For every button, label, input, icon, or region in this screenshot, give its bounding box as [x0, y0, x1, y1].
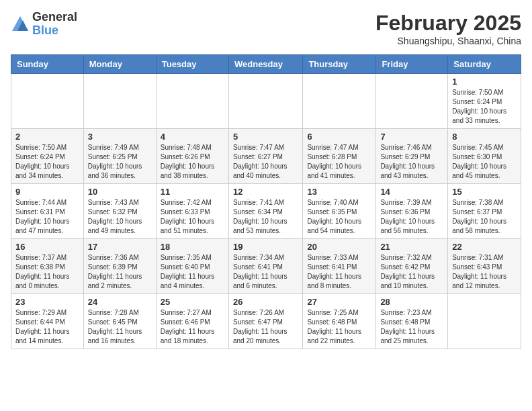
day-number: 4 [161, 132, 224, 142]
calendar-cell: 28Sunrise: 7:23 AMSunset: 6:48 PMDayligh… [376, 294, 448, 349]
calendar-cell: 23Sunrise: 7:29 AMSunset: 6:44 PMDayligh… [11, 294, 84, 349]
weekday-header-sunday: Sunday [11, 55, 84, 74]
day-info: Sunrise: 7:45 AMSunset: 6:30 PMDaylight:… [452, 143, 517, 181]
calendar-cell [11, 74, 84, 129]
day-info: Sunrise: 7:40 AMSunset: 6:35 PMDaylight:… [307, 198, 371, 236]
day-info: Sunrise: 7:33 AMSunset: 6:41 PMDaylight:… [307, 253, 371, 291]
day-number: 7 [380, 132, 443, 142]
day-info: Sunrise: 7:47 AMSunset: 6:28 PMDaylight:… [307, 143, 371, 181]
calendar-cell: 6Sunrise: 7:47 AMSunset: 6:28 PMDaylight… [303, 129, 376, 184]
day-number: 15 [452, 187, 517, 197]
calendar-cell: 25Sunrise: 7:27 AMSunset: 6:46 PMDayligh… [156, 294, 228, 349]
calendar-cell [83, 74, 156, 129]
calendar-cell: 16Sunrise: 7:37 AMSunset: 6:38 PMDayligh… [11, 239, 84, 294]
day-info: Sunrise: 7:29 AMSunset: 6:44 PMDaylight:… [15, 308, 79, 346]
calendar-cell: 8Sunrise: 7:45 AMSunset: 6:30 PMDaylight… [448, 129, 521, 184]
day-info: Sunrise: 7:50 AMSunset: 6:24 PMDaylight:… [15, 143, 79, 181]
day-number: 2 [15, 132, 79, 142]
logo-text: General Blue [32, 11, 77, 38]
weekday-header-tuesday: Tuesday [156, 55, 228, 74]
day-info: Sunrise: 7:39 AMSunset: 6:36 PMDaylight:… [380, 198, 443, 236]
weekday-header-thursday: Thursday [303, 55, 376, 74]
month-title: February 2025 [375, 11, 521, 36]
day-info: Sunrise: 7:46 AMSunset: 6:29 PMDaylight:… [380, 143, 443, 181]
day-number: 1 [452, 77, 517, 87]
day-info: Sunrise: 7:44 AMSunset: 6:31 PMDaylight:… [15, 198, 79, 236]
day-info: Sunrise: 7:31 AMSunset: 6:43 PMDaylight:… [452, 253, 517, 291]
day-info: Sunrise: 7:37 AMSunset: 6:38 PMDaylight:… [15, 253, 79, 291]
day-info: Sunrise: 7:41 AMSunset: 6:34 PMDaylight:… [233, 198, 298, 236]
logo-general-text: General [32, 11, 77, 24]
calendar-cell: 2Sunrise: 7:50 AMSunset: 6:24 PMDaylight… [11, 129, 84, 184]
calendar-cell: 4Sunrise: 7:48 AMSunset: 6:26 PMDaylight… [156, 129, 228, 184]
day-number: 28 [380, 297, 443, 307]
calendar-cell: 26Sunrise: 7:26 AMSunset: 6:47 PMDayligh… [228, 294, 302, 349]
location: Shuangshipu, Shaanxi, China [375, 36, 521, 46]
calendar-cell [156, 74, 228, 129]
day-info: Sunrise: 7:28 AMSunset: 6:45 PMDaylight:… [88, 308, 152, 346]
weekday-header-row: SundayMondayTuesdayWednesdayThursdayFrid… [11, 55, 521, 74]
day-number: 25 [161, 297, 224, 307]
day-number: 22 [452, 242, 517, 252]
day-info: Sunrise: 7:27 AMSunset: 6:46 PMDaylight:… [161, 308, 224, 346]
day-number: 23 [15, 297, 79, 307]
calendar-cell: 27Sunrise: 7:25 AMSunset: 6:48 PMDayligh… [303, 294, 376, 349]
day-number: 8 [452, 132, 517, 142]
calendar-cell: 24Sunrise: 7:28 AMSunset: 6:45 PMDayligh… [83, 294, 156, 349]
weekday-header-saturday: Saturday [448, 55, 521, 74]
day-number: 27 [307, 297, 371, 307]
calendar-cell: 12Sunrise: 7:41 AMSunset: 6:34 PMDayligh… [228, 184, 302, 239]
title-block: February 2025 Shuangshipu, Shaanxi, Chin… [375, 11, 521, 46]
day-info: Sunrise: 7:26 AMSunset: 6:47 PMDaylight:… [233, 308, 298, 346]
calendar-table: SundayMondayTuesdayWednesdayThursdayFrid… [11, 54, 521, 349]
day-number: 17 [88, 242, 152, 252]
day-number: 3 [88, 132, 152, 142]
calendar-week-row: 1Sunrise: 7:50 AMSunset: 6:24 PMDaylight… [11, 74, 521, 129]
calendar-cell: 7Sunrise: 7:46 AMSunset: 6:29 PMDaylight… [376, 129, 448, 184]
calendar-cell: 3Sunrise: 7:49 AMSunset: 6:25 PMDaylight… [83, 129, 156, 184]
calendar-cell: 11Sunrise: 7:42 AMSunset: 6:33 PMDayligh… [156, 184, 228, 239]
logo-icon [11, 15, 30, 34]
calendar-cell: 21Sunrise: 7:32 AMSunset: 6:42 PMDayligh… [376, 239, 448, 294]
calendar-cell [228, 74, 302, 129]
day-info: Sunrise: 7:48 AMSunset: 6:26 PMDaylight:… [161, 143, 224, 181]
calendar-week-row: 23Sunrise: 7:29 AMSunset: 6:44 PMDayligh… [11, 294, 521, 349]
day-number: 12 [233, 187, 298, 197]
day-number: 13 [307, 187, 371, 197]
calendar-cell: 17Sunrise: 7:36 AMSunset: 6:39 PMDayligh… [83, 239, 156, 294]
day-number: 19 [233, 242, 298, 252]
calendar-cell: 18Sunrise: 7:35 AMSunset: 6:40 PMDayligh… [156, 239, 228, 294]
weekday-header-monday: Monday [83, 55, 156, 74]
day-info: Sunrise: 7:25 AMSunset: 6:48 PMDaylight:… [307, 308, 371, 346]
day-number: 10 [88, 187, 152, 197]
day-info: Sunrise: 7:49 AMSunset: 6:25 PMDaylight:… [88, 143, 152, 181]
day-info: Sunrise: 7:47 AMSunset: 6:27 PMDaylight:… [233, 143, 298, 181]
calendar-cell: 19Sunrise: 7:34 AMSunset: 6:41 PMDayligh… [228, 239, 302, 294]
logo-blue-text: Blue [32, 24, 77, 38]
calendar-cell: 5Sunrise: 7:47 AMSunset: 6:27 PMDaylight… [228, 129, 302, 184]
day-info: Sunrise: 7:38 AMSunset: 6:37 PMDaylight:… [452, 198, 517, 236]
calendar-week-row: 2Sunrise: 7:50 AMSunset: 6:24 PMDaylight… [11, 129, 521, 184]
day-info: Sunrise: 7:42 AMSunset: 6:33 PMDaylight:… [161, 198, 224, 236]
calendar-cell [303, 74, 376, 129]
calendar-week-row: 9Sunrise: 7:44 AMSunset: 6:31 PMDaylight… [11, 184, 521, 239]
calendar-cell: 10Sunrise: 7:43 AMSunset: 6:32 PMDayligh… [83, 184, 156, 239]
weekday-header-friday: Friday [376, 55, 448, 74]
day-info: Sunrise: 7:43 AMSunset: 6:32 PMDaylight:… [88, 198, 152, 236]
calendar-cell: 22Sunrise: 7:31 AMSunset: 6:43 PMDayligh… [448, 239, 521, 294]
day-number: 20 [307, 242, 371, 252]
calendar-cell: 13Sunrise: 7:40 AMSunset: 6:35 PMDayligh… [303, 184, 376, 239]
day-info: Sunrise: 7:35 AMSunset: 6:40 PMDaylight:… [161, 253, 224, 291]
calendar-cell: 9Sunrise: 7:44 AMSunset: 6:31 PMDaylight… [11, 184, 84, 239]
calendar-cell: 15Sunrise: 7:38 AMSunset: 6:37 PMDayligh… [448, 184, 521, 239]
calendar-cell [448, 294, 521, 349]
weekday-header-wednesday: Wednesday [228, 55, 302, 74]
day-number: 21 [380, 242, 443, 252]
day-info: Sunrise: 7:32 AMSunset: 6:42 PMDaylight:… [380, 253, 443, 291]
page-header: General Blue February 2025 Shuangshipu, … [11, 11, 521, 46]
day-info: Sunrise: 7:34 AMSunset: 6:41 PMDaylight:… [233, 253, 298, 291]
calendar-cell: 1Sunrise: 7:50 AMSunset: 6:24 PMDaylight… [448, 74, 521, 129]
calendar-cell [376, 74, 448, 129]
day-number: 5 [233, 132, 298, 142]
day-number: 26 [233, 297, 298, 307]
